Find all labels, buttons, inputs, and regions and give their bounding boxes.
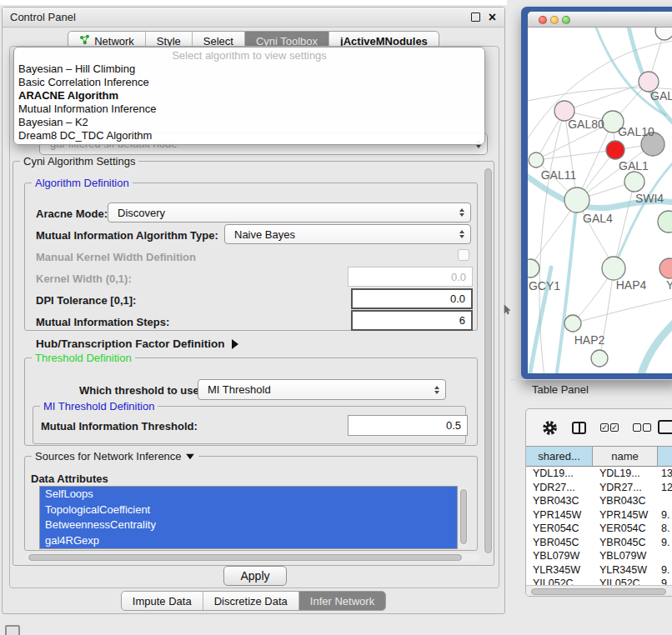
node-gcy1[interactable]	[528, 259, 539, 278]
application-window: Control Panel × NetworkStyleSelectCyni T…	[0, 0, 672, 635]
node-hap2[interactable]	[564, 315, 581, 332]
table-row[interactable]: YDL19...YDL19...13	[526, 467, 672, 481]
select-all-columns-icon[interactable]: ✓ ✓	[600, 423, 619, 432]
bottom-tab-bar: Impute DataDiscretize DataInfer Network	[121, 591, 386, 611]
mi-steps-value: 6	[459, 314, 465, 327]
apply-button[interactable]: Apply	[223, 566, 287, 586]
table-cell: 12	[658, 482, 672, 493]
sources-title[interactable]: Sources for Network Inference	[32, 450, 198, 462]
table-row[interactable]: YBR045CYBR045C9.	[526, 536, 672, 550]
attribute-item-selfloops[interactable]: SelfLoops	[40, 487, 457, 502]
collapse-arrow-icon	[186, 453, 194, 458]
unselect-all-columns-icon[interactable]	[633, 423, 651, 432]
table-row[interactable]: YIL052CYIL052C9.	[526, 577, 672, 585]
attribute-item-betweennesscentrality[interactable]: BetweennessCentrality	[40, 518, 457, 533]
attribute-item-gal4rgexp[interactable]: gal4RGexp	[40, 533, 457, 549]
table-row[interactable]: YBL079WYBL079W	[526, 549, 672, 563]
table-cell: 9.	[658, 537, 672, 548]
control-panel-titlebar: Control Panel ×	[3, 8, 504, 28]
network-window-titlebar	[528, 12, 672, 28]
mi-algorithm-type-combo[interactable]: Naive Bayes	[224, 224, 471, 244]
settings-horizontal-scrollbar[interactable]	[26, 553, 479, 562]
settings-vertical-scrollbar[interactable]	[484, 168, 493, 554]
table-cell: YDR27...	[593, 482, 658, 493]
node-gal11[interactable]	[529, 152, 544, 168]
split-columns-icon[interactable]	[572, 422, 586, 434]
algorithm-option-bayesian-k2[interactable]: Bayesian – K2	[14, 116, 484, 129]
bottom-tab-discretize-data[interactable]: Discretize Data	[203, 592, 299, 610]
algorithm-dropdown-list: Bayesian – Hill ClimbingBasic Correlatio…	[14, 62, 484, 142]
close-icon[interactable]: ×	[489, 12, 496, 22]
dpi-tolerance-value: 0.0	[450, 292, 465, 305]
node-gal1-label: GAL1	[619, 159, 649, 172]
mi-threshold-field[interactable]: 0.5	[348, 415, 468, 436]
column-header-name[interactable]: name	[593, 447, 658, 466]
dock-mini-icon[interactable]	[5, 625, 20, 635]
zoom-traffic-light-icon[interactable]	[562, 16, 570, 24]
mi-steps-field[interactable]: 6	[351, 310, 473, 331]
data-attributes-list[interactable]: SelfLoopsTopologicalCoefficientBetweenne…	[39, 486, 458, 549]
network-canvas[interactable]: GALGAL80GAL10GAL11GAL1SWI4GAL4GCY1HAP4YH…	[528, 28, 672, 373]
node-top-partial[interactable]	[655, 28, 672, 40]
attributes-scrollbar[interactable]	[459, 488, 468, 548]
column-header-shared[interactable]: shared...	[526, 447, 593, 466]
network-edge	[573, 296, 672, 323]
table-row[interactable]: YDR27...YDR27...12	[526, 481, 672, 495]
table-row[interactable]: YPR145WYPR145W9.	[526, 508, 672, 522]
node-red[interactable]	[606, 141, 624, 159]
dpi-tolerance-field[interactable]: 0.0	[351, 288, 473, 309]
node-hap4[interactable]	[602, 257, 625, 280]
which-threshold-label: Which threshold to use:	[79, 384, 203, 397]
algorithm-option-basic-correlation-inference[interactable]: Basic Correlation Inference	[14, 76, 484, 89]
algorithm-option-aracne-algorithm[interactable]: ARACNE Algorithm	[14, 89, 484, 102]
top-strip	[0, 0, 507, 5]
partial-column-icon[interactable]	[658, 420, 672, 434]
panel-divider	[510, 379, 672, 380]
unchecked-box-icon	[643, 423, 651, 432]
table-toolbar: ✓ ✓	[526, 409, 672, 446]
table-cell: YIL052C	[593, 578, 658, 585]
table-row[interactable]: YLR345WYLR345W9.	[526, 563, 672, 578]
table-cell: YER054C	[593, 522, 658, 534]
mi-algorithm-type-value: Naive Bayes	[234, 228, 295, 241]
attribute-item-topologicalcoefficient[interactable]: TopologicalCoefficient	[40, 502, 457, 518]
algorithm-option-mutual-information-inference[interactable]: Mutual Information Inference	[14, 102, 484, 116]
node-pink-right[interactable]	[659, 258, 672, 278]
manual-kernel-checkbox[interactable]	[458, 249, 469, 261]
float-icon[interactable]	[471, 12, 480, 22]
table-row[interactable]: YBR043CYBR043C	[526, 494, 672, 508]
table-cell: YBR043C	[526, 495, 593, 507]
table-horizontal-scrollbar[interactable]	[526, 585, 672, 596]
table-cell: 9.	[658, 564, 672, 576]
table-cell: YLR345W	[526, 564, 593, 576]
mi-threshold-label: Mutual Information Threshold:	[41, 420, 198, 432]
aracne-mode-combo[interactable]: Discovery	[108, 202, 471, 222]
minimize-traffic-light-icon[interactable]	[550, 16, 559, 24]
node-gal1[interactable]	[624, 172, 644, 192]
hub-definition-toggle[interactable]: Hub/Transcription Factor Definition	[36, 338, 238, 350]
settings-gear-icon[interactable]	[542, 420, 558, 436]
node-bottom-partial[interactable]	[591, 350, 608, 367]
column-header-a[interactable]: A	[658, 447, 672, 466]
kernel-width-label: Kernel Width (0,1):	[36, 272, 132, 285]
sources-title-text: Sources for Network Inference	[35, 450, 182, 462]
threshold-definition-title: Threshold Definition	[32, 352, 135, 364]
kernel-width-field[interactable]: 0.0	[348, 267, 473, 287]
which-threshold-combo[interactable]: MI Threshold	[198, 379, 446, 400]
table-row[interactable]: YER054CYER054C8.	[526, 522, 672, 536]
table-panel: ✓ ✓ shared...nameA YDL19...YDL19...13YDR…	[525, 408, 672, 597]
algorithm-option-dream8-dc-tdc-algorithm[interactable]: Dream8 DC_TDC Algorithm	[14, 129, 484, 142]
node-gal4[interactable]	[564, 188, 589, 212]
bottom-tab-impute-data[interactable]: Impute Data	[122, 592, 203, 610]
table-cell: YBR045C	[593, 537, 658, 548]
bottom-tab-infer-network[interactable]: Infer Network	[299, 592, 385, 610]
algorithm-option-bayesian-hill-climbing[interactable]: Bayesian – Hill Climbing	[14, 62, 484, 76]
which-threshold-value: MI Threshold	[208, 383, 271, 396]
network-graph: GALGAL80GAL10GAL11GAL1SWI4GAL4GCY1HAP4YH…	[528, 28, 672, 373]
control-panel: Control Panel × NetworkStyleSelectCyni T…	[2, 7, 505, 614]
table-cell: 9.	[658, 509, 672, 521]
node-hap2-label: HAP2	[574, 333, 605, 347]
control-panel-title: Control Panel	[3, 11, 76, 23]
close-traffic-light-icon[interactable]	[539, 16, 547, 24]
node-right-green[interactable]	[658, 211, 672, 232]
